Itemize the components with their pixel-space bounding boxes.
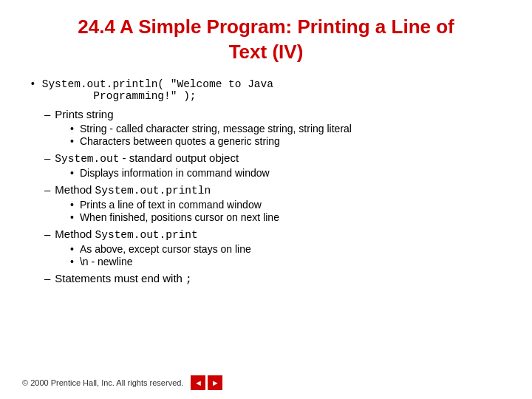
sub-bullet-4-1-text: As above, except cursor stays on line [80,243,251,255]
sub-bullet-3-2-text: When finished, positions cursor on next … [80,211,279,223]
dash-label-2: System.out - standard output object [55,151,239,165]
dash-item-5: – Statements must end with ; [44,272,510,285]
sub-bullet-4-2: • \n - newline [70,256,510,267]
slide-title: 24.4 A Simple Program: Printing a Line o… [22,15,510,65]
dash-4: – [44,228,50,240]
next-button[interactable]: ► [208,375,222,390]
title-line1: 24.4 A Simple Program: Printing a Line o… [78,16,454,38]
sub-bullet-1-2-text: Characters between quotes a generic stri… [80,135,280,147]
dash-item-1: – Prints string [44,108,510,120]
sub-bullet-3-1-text: Prints a line of text in command window [80,199,262,211]
dash-5: – [44,272,50,284]
dash-label-5: Statements must end with ; [55,272,191,285]
slide-content: • System.out.println( "Welcome to Java P… [30,78,510,285]
nav-buttons[interactable]: ◄ ► [191,375,222,390]
dash-label-3: Method System.out.println [55,183,211,197]
sub-bullet-2-1-text: Displays information in command window [80,167,270,179]
dash-3: – [44,183,50,196]
sub-bullet-3-1: • Prints a line of text in command windo… [70,199,510,211]
section-print: – Method System.out.print • As above, ex… [30,228,510,267]
sub-bullets-2: • Displays information in command window [70,167,510,179]
prev-arrow-icon: ◄ [194,379,202,387]
section-println: – Method System.out.println • Prints a l… [30,183,510,223]
next-arrow-icon: ► [211,379,219,387]
sub-bullet-1-1-text: String - called character string, messag… [80,123,352,134]
sub-bullet-2-1: • Displays information in command window [70,167,510,179]
dash-2: – [44,151,50,164]
section-prints-string: – Prints string • String - called charac… [30,108,510,147]
title-line2: Text (IV) [229,41,304,63]
sub-bullets-3: • Prints a line of text in command windo… [70,199,510,223]
dash-label-4: Method System.out.print [55,228,197,241]
prev-button[interactable]: ◄ [191,375,205,390]
dash-item-2: – System.out - standard output object [44,151,510,165]
dash-1: – [44,108,50,120]
top-bullet: • System.out.println( "Welcome to Java P… [30,78,510,102]
sub-bullet-1-1: • String - called character string, mess… [70,123,510,134]
copyright-text: © 2000 Prentice Hall, Inc. All rights re… [22,378,183,387]
section-system-out: – System.out - standard output object • … [30,151,510,179]
slide: 24.4 A Simple Program: Printing a Line o… [0,0,532,399]
dash-item-4: – Method System.out.print [44,228,510,241]
dash-label-1: Prints string [55,108,113,120]
sub-bullet-4-1: • As above, except cursor stays on line [70,243,510,255]
sub-bullet-1-2: • Characters between quotes a generic st… [70,135,510,147]
footer: © 2000 Prentice Hall, Inc. All rights re… [22,375,222,390]
sub-bullet-3-2: • When finished, positions cursor on nex… [70,211,510,223]
sub-bullet-4-2-text: \n - newline [80,256,133,267]
section-semicolon: – Statements must end with ; [30,272,510,285]
sub-bullets-1: • String - called character string, mess… [70,123,510,147]
sub-bullets-4: • As above, except cursor stays on line … [70,243,510,267]
bullet-dot: • [30,78,36,102]
dash-item-3: – Method System.out.println [44,183,510,197]
top-bullet-code: System.out.println( "Welcome to Java Pro… [42,78,273,102]
